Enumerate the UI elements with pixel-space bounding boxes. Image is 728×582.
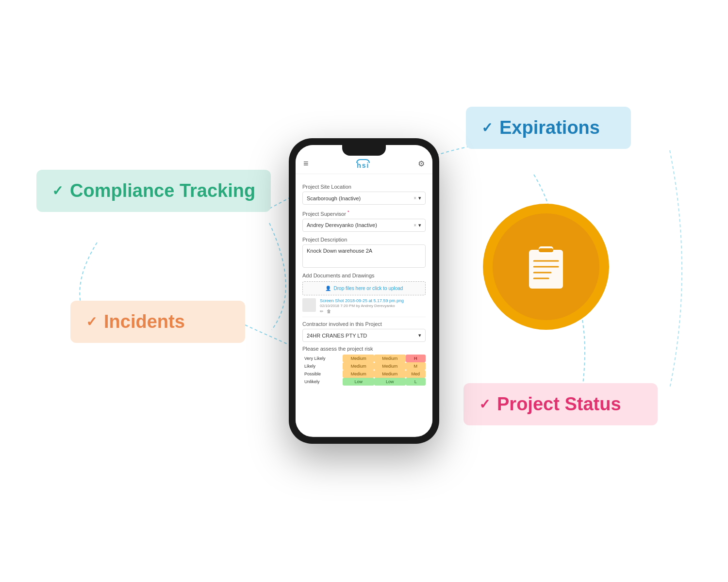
table-row: Likely Medium Medium M xyxy=(302,362,426,370)
risk-cell: Med xyxy=(406,370,426,378)
contractor-value: 24HR CRANES PTY LTD xyxy=(307,333,367,339)
phone-wrapper: ≡ hsi ⚙ Project Site Location Scarboroug… xyxy=(289,138,439,444)
expirations-box: ✓ Expirations xyxy=(466,107,631,149)
upload-text: Drop files here or click to upload xyxy=(334,286,403,291)
site-location-label: Project Site Location xyxy=(302,184,426,190)
close-icon-2[interactable]: × xyxy=(414,223,416,228)
incidents-label: Incidents xyxy=(104,311,185,332)
gold-circle-inner: ✓ ✓ ✓ ✓ xyxy=(493,213,599,320)
svg-text:✓: ✓ xyxy=(531,269,535,275)
risk-cell: Medium xyxy=(343,370,374,378)
risk-cell: M xyxy=(406,362,426,370)
scene: ✓ Compliance Tracking ✓ Incidents ✓ Expi… xyxy=(0,0,728,582)
project-status-box: ✓ Project Status xyxy=(463,383,658,425)
close-icon[interactable]: × xyxy=(414,195,416,201)
risk-row-label: Likely xyxy=(302,362,343,370)
chevron-down-icon-2: ▾ xyxy=(418,222,421,228)
file-date: 02/10/2018 7:20 PM xyxy=(320,304,355,308)
supervisor-select[interactable]: Andrey Derevyanko (Inactive) ×▾ xyxy=(302,219,426,232)
risk-cell: Low xyxy=(374,378,406,386)
delete-icon[interactable]: 🗑 xyxy=(327,309,331,314)
risk-cell: Medium xyxy=(374,362,406,370)
risk-row-label: Very Likely xyxy=(302,355,343,362)
svg-text:✓: ✓ xyxy=(531,263,535,269)
file-actions: ✏ 🗑 xyxy=(320,309,426,314)
expirations-check-icon: ✓ xyxy=(481,120,493,136)
file-name: Screen Shot 2018-09-25 at 5.17.59 pm.png xyxy=(320,298,426,304)
table-row: Possible Medium Medium Med xyxy=(302,370,426,378)
phone-content: Project Site Location Scarborough (Inact… xyxy=(296,174,432,436)
phone-screen: ≡ hsi ⚙ Project Site Location Scarboroug… xyxy=(296,145,432,437)
incidents-check-icon: ✓ xyxy=(86,314,97,330)
risk-table: Very Likely Medium Medium H Likely Mediu… xyxy=(302,355,426,386)
risk-cell: Medium xyxy=(374,355,406,362)
phone-notch xyxy=(342,145,386,156)
incidents-box: ✓ Incidents xyxy=(70,301,245,343)
project-status-label: Project Status xyxy=(497,394,621,415)
add-docs-title: Add Documents and Drawings xyxy=(302,273,426,278)
gold-circle-outer: ✓ ✓ ✓ ✓ xyxy=(483,204,609,330)
compliance-check-icon: ✓ xyxy=(52,183,63,199)
hsi-logo: hsi xyxy=(356,159,370,169)
risk-cell: Medium xyxy=(343,362,374,370)
expirations-label: Expirations xyxy=(499,117,600,138)
contractor-label: Contractor involved in this Project xyxy=(302,321,426,327)
svg-text:✓: ✓ xyxy=(531,275,535,280)
supervisor-label: Project Supervisor * xyxy=(302,210,426,217)
upload-area[interactable]: 👤 Drop files here or click to upload xyxy=(302,281,426,295)
table-row: Unlikely Low Low L xyxy=(302,378,426,386)
file-info: Screen Shot 2018-09-25 at 5.17.59 pm.png… xyxy=(320,298,426,314)
edit-icon[interactable]: ✏ xyxy=(320,309,324,314)
risk-cell: H xyxy=(406,355,426,362)
project-status-check-icon: ✓ xyxy=(479,396,490,412)
description-field[interactable]: Knock Down warehouse 2A xyxy=(302,244,426,268)
table-row: Very Likely Medium Medium H xyxy=(302,355,426,362)
site-location-select[interactable]: Scarborough (Inactive) ×▾ xyxy=(302,192,426,205)
upload-person-icon: 👤 xyxy=(325,286,331,291)
svg-rect-2 xyxy=(539,248,553,252)
site-location-value: Scarborough (Inactive) xyxy=(307,195,361,201)
gear-icon[interactable]: ⚙ xyxy=(418,159,425,168)
contractor-chevron: ▾ xyxy=(418,332,421,339)
risk-label: Please assess the project risk xyxy=(302,346,426,352)
menu-icon[interactable]: ≡ xyxy=(303,159,309,169)
file-author: by Andrey Derevyanko xyxy=(356,304,395,308)
compliance-tracking-box: ✓ Compliance Tracking xyxy=(36,170,271,212)
risk-cell: Medium xyxy=(374,370,406,378)
hsi-logo-text: hsi xyxy=(357,162,369,169)
chevron-down-icon: ▾ xyxy=(418,195,421,201)
risk-row-label: Possible xyxy=(302,370,343,378)
risk-cell: Low xyxy=(343,378,374,386)
file-thumbnail xyxy=(302,298,316,312)
phone-outer: ≡ hsi ⚙ Project Site Location Scarboroug… xyxy=(289,138,439,444)
risk-row-label: Unlikely xyxy=(302,378,343,386)
contractor-select[interactable]: 24HR CRANES PTY LTD ▾ xyxy=(302,329,426,342)
supervisor-value: Andrey Derevyanko (Inactive) xyxy=(307,222,377,228)
compliance-tracking-label: Compliance Tracking xyxy=(70,180,255,201)
file-meta: 02/10/2018 7:20 PM by Andrey Derevyanko xyxy=(320,304,426,308)
risk-cell: L xyxy=(406,378,426,386)
clipboard-icon: ✓ ✓ ✓ ✓ xyxy=(524,242,568,291)
risk-cell: Medium xyxy=(343,355,374,362)
description-label: Project Description xyxy=(302,237,426,242)
svg-text:✓: ✓ xyxy=(531,258,535,263)
file-item: Screen Shot 2018-09-25 at 5.17.59 pm.png… xyxy=(302,295,426,318)
